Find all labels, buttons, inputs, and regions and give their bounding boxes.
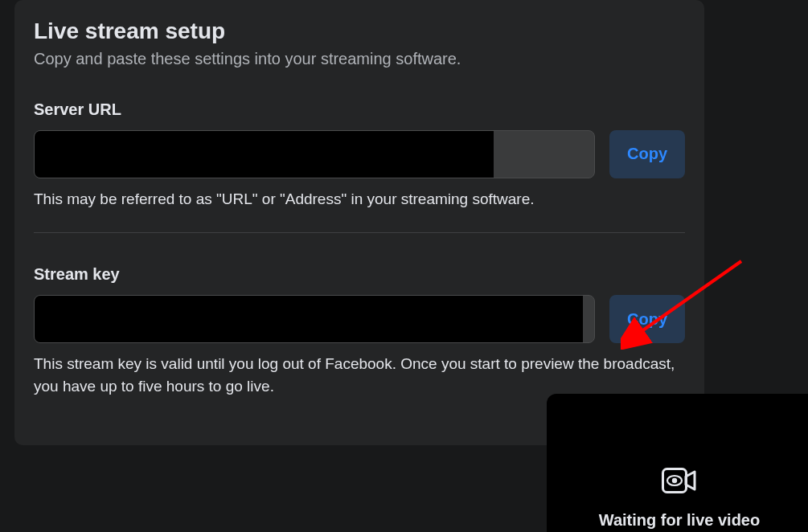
panel-subtitle: Copy and paste these settings into your …	[34, 50, 685, 68]
live-preview-panel: Waiting for live video	[547, 394, 808, 532]
server-url-label: Server URL	[34, 100, 685, 119]
stream-key-group: Stream key Copy This stream key is valid…	[34, 265, 685, 397]
svg-point-4	[672, 477, 677, 482]
camera-eye-icon	[662, 468, 697, 497]
server-url-input[interactable]	[34, 130, 595, 178]
divider	[34, 232, 685, 233]
redacted-value	[35, 296, 583, 342]
stream-key-label: Stream key	[34, 265, 685, 284]
server-url-row: Copy	[34, 130, 685, 178]
stream-key-row: Copy	[34, 295, 685, 343]
stream-key-help: This stream key is valid until you log o…	[34, 353, 685, 397]
server-url-help: This may be referred to as "URL" or "Add…	[34, 188, 685, 211]
panel-title: Live stream setup	[34, 18, 685, 45]
live-stream-setup-panel: Live stream setup Copy and paste these s…	[14, 0, 704, 445]
stream-key-input[interactable]	[34, 295, 595, 343]
redacted-value	[35, 131, 494, 178]
copy-stream-key-button[interactable]: Copy	[609, 295, 685, 343]
copy-server-url-button[interactable]: Copy	[609, 130, 685, 178]
server-url-group: Server URL Copy This may be referred to …	[34, 100, 685, 211]
preview-status-text: Waiting for live video	[599, 511, 760, 530]
